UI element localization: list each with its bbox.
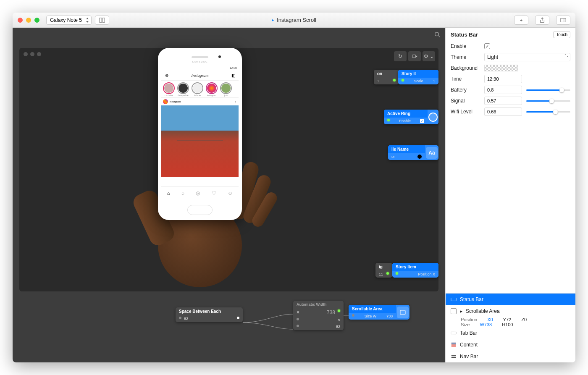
patch-partial-on[interactable]: on 1 <box>374 70 399 84</box>
layer-icon <box>451 308 457 314</box>
viewer-window-dots <box>24 52 41 56</box>
ring-icon <box>428 113 438 122</box>
prop-signal: Signal <box>446 95 575 106</box>
enable-checkbox[interactable]: ✓ <box>484 43 490 49</box>
search-tab-icon: ⌕ <box>181 190 184 196</box>
prop-wifi: Wifi Level <box>446 106 575 117</box>
svg-rect-6 <box>412 55 416 58</box>
prop-time: Time <box>446 73 575 84</box>
patch-story-item-position[interactable]: Story Item Position X <box>392 263 438 278</box>
prop-background: Background <box>446 63 575 73</box>
device-preview[interactable]: SAMSUNG 12:30 ⊕ Instagram ◧ chchoitoi da… <box>158 48 242 220</box>
story-item: chchoitoi <box>163 82 175 97</box>
statusbar-icon <box>451 296 457 302</box>
patch-partial-ng[interactable]: ig 11 <box>375 263 392 278</box>
navbar-icon <box>451 354 457 359</box>
post-header: instagram ⋮ <box>161 98 239 105</box>
touch-button[interactable]: Touch <box>553 31 570 38</box>
inspector-panel: Status Bar Touch Enable ✓ Theme Light Ba… <box>445 28 575 362</box>
signal-input[interactable] <box>484 97 522 105</box>
signal-slider[interactable] <box>526 100 570 102</box>
svg-rect-9 <box>451 332 456 334</box>
device-home-button <box>187 205 213 215</box>
theme-select[interactable]: Light <box>484 53 570 61</box>
tabbar-icon <box>451 330 457 336</box>
camera-icon: ◎ <box>196 190 200 196</box>
background-swatch[interactable] <box>484 65 518 71</box>
zoom-window-button[interactable] <box>34 18 39 23</box>
wifi-input[interactable] <box>484 108 522 116</box>
patch-title: Story It <box>402 71 416 76</box>
layer-position-row: Position X0 Y72 Z0 <box>446 317 575 322</box>
layer-nav-bar[interactable]: Nav Bar <box>446 351 575 362</box>
svg-rect-2 <box>561 18 566 22</box>
svg-rect-1 <box>102 18 105 22</box>
profile-icon: ☺ <box>228 190 233 196</box>
patch-scrollable-area[interactable]: Scrollable Area Size W738 <box>349 305 410 320</box>
panel-icon <box>560 17 566 23</box>
restart-preview-button[interactable]: ↻ <box>394 51 407 61</box>
close-window-button[interactable] <box>18 18 23 23</box>
window-controls <box>18 18 39 23</box>
inspector-section-title: Status Bar <box>451 31 478 38</box>
battery-input[interactable] <box>484 86 522 94</box>
document-title[interactable]: Instagram Scroll <box>272 17 316 23</box>
preview-viewer: ↻ ⚙ ⌄ <box>19 48 438 291</box>
patch-multiply[interactable]: Automatic Width ×738 9 82 <box>293 301 344 330</box>
record-button[interactable] <box>408 51 421 61</box>
stories-row: chchoitoi dannywhite drfisher instagram … <box>161 81 239 98</box>
wifi-slider[interactable] <box>526 111 570 113</box>
patch-story-item-scale[interactable]: Story It Scale1 <box>398 70 438 84</box>
minimize-window-button[interactable] <box>26 18 31 23</box>
panel-toggle-button[interactable] <box>556 16 570 25</box>
prop-enable: Enable ✓ <box>446 41 575 52</box>
patch-space-between[interactable]: Space Between Each 82 <box>176 307 243 322</box>
layer-content[interactable]: Content <box>446 339 575 351</box>
layer-size-row: Size W738 H100 <box>446 322 575 327</box>
more-icon: ⋮ <box>234 100 237 103</box>
layer-status-bar[interactable]: Status Bar <box>446 294 575 305</box>
inspector-header: Status Bar Touch <box>446 28 575 41</box>
patch-title: ig <box>375 263 392 271</box>
patch-title: on <box>374 70 399 78</box>
titlebar: Galaxy Note 5 Instagram Scroll + <box>13 13 575 28</box>
device-speaker <box>192 56 208 58</box>
device-selector[interactable]: Galaxy Note 5 <box>46 16 92 25</box>
share-icon <box>539 17 545 23</box>
layer-list: Status Bar ▸ Scrollable Area Position X0… <box>446 293 575 362</box>
layer-tab-bar[interactable]: Tab Bar <box>446 327 575 339</box>
patch-title: Space Between Each <box>179 309 221 314</box>
svg-rect-7 <box>400 310 405 315</box>
canvas[interactable]: ↻ ⚙ ⌄ <box>13 28 445 362</box>
add-story-icon: ⊕ <box>164 73 170 79</box>
app-logo: Instagram <box>197 73 203 79</box>
layer-scrollable-area[interactable]: ▸ Scrollable Area <box>446 305 575 317</box>
device-status-bar: 12:30 <box>161 65 239 71</box>
layout-icon <box>99 17 105 23</box>
add-button[interactable]: + <box>514 16 528 25</box>
viewer-tools: ↻ ⚙ ⌄ <box>394 51 435 61</box>
patch-title: Story Item <box>396 265 416 269</box>
app-tab-bar: ⌂ ⌕ ◎ ♡ ☺ <box>161 186 239 199</box>
prop-battery: Battery <box>446 84 575 95</box>
patch-file-name[interactable]: ile Name or Aa <box>388 145 438 160</box>
patch-title: Scrollable Area <box>352 307 382 311</box>
svg-point-4 <box>435 32 439 36</box>
split-view-button[interactable] <box>95 16 109 25</box>
heart-icon: ♡ <box>212 190 216 196</box>
search-icon[interactable] <box>434 31 440 37</box>
app-nav-bar: ⊕ Instagram ◧ <box>161 71 239 81</box>
time-input[interactable] <box>484 75 522 83</box>
patch-active-ring[interactable]: Active Ring Enable✓ <box>384 110 438 124</box>
box-icon <box>397 307 409 318</box>
battery-slider[interactable] <box>526 89 570 91</box>
home-icon: ⌂ <box>167 190 170 196</box>
post-avatar-icon <box>163 99 168 104</box>
story-item: drfisher <box>192 82 203 97</box>
share-button[interactable] <box>535 16 549 25</box>
prop-theme: Theme Light <box>446 52 575 63</box>
preview-settings-button[interactable]: ⚙ ⌄ <box>423 51 435 61</box>
svg-rect-11 <box>452 343 456 344</box>
post-username: instagram <box>170 100 181 103</box>
text-icon: Aa <box>426 147 438 159</box>
